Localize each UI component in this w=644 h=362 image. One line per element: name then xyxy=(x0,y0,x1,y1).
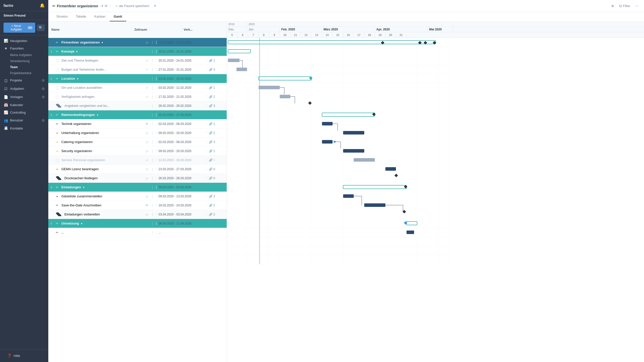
circle-yellow2-icon: ● xyxy=(54,149,60,153)
sidebar-item-kalender[interactable]: 📅 Kalender xyxy=(0,101,48,109)
play-button[interactable]: ▷ xyxy=(145,40,149,45)
more-button[interactable]: ⋮ xyxy=(150,58,155,63)
sidebar-item-label: Aufgaben xyxy=(10,87,24,90)
more-button[interactable]: ⋮ xyxy=(150,149,155,153)
more-button[interactable]: ⋮ xyxy=(150,131,155,135)
play-button[interactable]: ▷ xyxy=(145,149,149,153)
row-actions: ▷ ⋮ xyxy=(144,40,156,45)
tab-kanban[interactable]: Kanban xyxy=(90,12,110,21)
row-verk: 🔗 2 xyxy=(207,95,227,99)
more-button[interactable]: ⋮ xyxy=(150,203,155,208)
more-button[interactable]: ⋮ xyxy=(150,40,155,45)
row-name: Umsetzung ▾ xyxy=(60,221,149,225)
gantt-row-task-3-6: ● GEMA Lizenz beantragen ▷ ⋮ 23.03.2020 … xyxy=(48,165,227,174)
row-actions: ▷ ⋮ xyxy=(144,194,156,199)
sidebar-item-meine-aufgaben[interactable]: Meine Aufgaben xyxy=(0,52,48,58)
row-actions: ✓ ⋮ xyxy=(144,67,156,72)
sidebar-item-projektuberblick[interactable]: Projektüberblick xyxy=(0,70,48,76)
new-task-button[interactable]: + Neue Aufgabe (0) xyxy=(4,23,35,33)
row-time: 23.03.2020 - 27.03.2020 xyxy=(156,167,207,171)
sidebar-item-favoriten[interactable]: ★ Favoriten xyxy=(0,44,48,52)
more-button[interactable]: ⋮ xyxy=(150,113,155,117)
circle-icon: ◯ xyxy=(54,95,60,99)
row-num: 1 xyxy=(48,50,54,53)
vorlagen-add-icon[interactable]: ⊕ xyxy=(42,95,45,99)
play-button[interactable]: ▷ xyxy=(145,140,149,144)
circle-purple-icon: ● xyxy=(54,195,60,198)
more-button[interactable]: ⋮ xyxy=(150,76,155,81)
more-button[interactable]: ⋮ xyxy=(150,221,155,226)
more-button[interactable]: ⋮ xyxy=(150,185,155,190)
year-2020: 2020 xyxy=(247,22,453,26)
more-button[interactable]: ⋮ xyxy=(150,122,155,126)
projekte-add-icon[interactable]: ⊕ xyxy=(42,78,45,83)
tab-gantt[interactable]: Gantt xyxy=(110,12,126,21)
topbar-title: ✏ Firmenfeier organisieren - 9 ⟳ xyxy=(52,4,108,8)
row-time: 09.03.2020 - 20.03.2020 xyxy=(156,149,207,153)
sidebar-item-verantwortung[interactable]: Verantwortung xyxy=(0,58,48,64)
play-button[interactable]: ▷ xyxy=(145,131,149,135)
week-12: 12 xyxy=(301,32,311,38)
more-button[interactable]: ⋮ xyxy=(150,140,155,144)
favorite-button[interactable]: ☆ als Favorit speichern xyxy=(114,3,151,9)
sidebar-item-aufgaben[interactable]: ☑ Aufgaben ⊕ xyxy=(0,84,48,93)
sidebar-item-neuigkeiten[interactable]: 📊 Neuigkeiten xyxy=(0,37,48,44)
more-button[interactable]: ⋮ xyxy=(150,176,155,180)
benutzer-add-icon[interactable]: ⊕ xyxy=(42,118,45,123)
week-14: 14 xyxy=(322,32,333,38)
more-button[interactable]: ⋮ xyxy=(150,67,155,72)
diamond-icon xyxy=(56,212,62,216)
more-button[interactable]: ⋮ xyxy=(150,194,155,199)
row-time: 20.01.2020 - 31.01.2020 xyxy=(156,50,207,53)
week-21: 21 xyxy=(396,32,407,38)
more-button[interactable]: ⋮ xyxy=(150,158,155,162)
circle-icon: ◯ xyxy=(54,59,60,62)
tab-struktur[interactable]: Struktur xyxy=(52,12,72,21)
more-button[interactable]: ⋮ xyxy=(150,104,155,108)
eye-button[interactable]: 👁 xyxy=(145,122,149,126)
more-button[interactable]: ⋮ xyxy=(150,212,155,217)
circle-icon: ◯ xyxy=(54,86,60,89)
aufgaben-add-icon[interactable]: ⊕ xyxy=(42,86,45,91)
play-button[interactable]: ▷ xyxy=(145,167,149,171)
search-button[interactable]: 🔍 xyxy=(37,24,45,31)
more-button[interactable]: ⋮ xyxy=(150,95,155,99)
play-button[interactable]: ▷ xyxy=(145,176,149,180)
sidebar-item-kontakte[interactable]: 📇 Kontakte xyxy=(0,124,48,132)
sidebar-item-team[interactable]: Team xyxy=(0,64,48,70)
row-name: Angebote vergleichen und bu... xyxy=(63,104,149,108)
row-name: Gästeliste zusammenstellen xyxy=(60,194,144,198)
pencil-icon: ✏ xyxy=(54,186,60,189)
sidebar-item-controlling[interactable]: 📈 Controlling xyxy=(0,109,48,116)
week-19: 19 xyxy=(375,32,385,38)
filter-button[interactable]: ⊟ Filter xyxy=(618,3,632,9)
week-10: 10 xyxy=(280,32,290,38)
more-button[interactable]: ⋯ xyxy=(634,3,640,9)
zoom-in-button[interactable]: ⊕ xyxy=(610,3,616,9)
brand-label[interactable]: factro xyxy=(4,4,13,8)
play-button[interactable]: ▷ xyxy=(145,194,149,199)
check-button[interactable]: ✓ xyxy=(145,95,149,99)
eye-button[interactable]: 👁 xyxy=(145,203,149,208)
col-time-header: Zeitraum xyxy=(131,26,182,33)
dropdown-icon[interactable]: ▼ xyxy=(153,4,157,8)
play-button[interactable]: ▷ xyxy=(145,212,149,217)
tab-tabelle[interactable]: Tabelle xyxy=(72,12,90,21)
sidebar-item-vorlagen[interactable]: 📄 Vorlagen ⊕ xyxy=(0,93,48,101)
more-button[interactable]: ⋮ xyxy=(150,49,155,54)
check-button[interactable]: ✓ xyxy=(145,67,149,72)
controlling-icon: 📈 xyxy=(4,110,8,114)
sidebar-item-projekte[interactable]: ◫ Projekte ⊕ xyxy=(0,76,48,84)
check-button[interactable]: ✓ xyxy=(145,85,149,90)
notification-bell-icon[interactable]: 🔔 xyxy=(40,3,45,8)
sidebar-item-benutzer[interactable]: 👥 Benutzer ⊕ xyxy=(0,116,48,124)
more-button[interactable]: ⋮ xyxy=(150,230,155,235)
more-button[interactable]: ⋮ xyxy=(150,85,155,90)
sidebar-item-hilfe[interactable]: ❓ Hilfe xyxy=(4,352,45,359)
check-button[interactable]: ✓ xyxy=(145,158,149,162)
row-verk: 🔗 2 xyxy=(207,131,227,135)
check-button[interactable]: ✓ xyxy=(145,58,149,63)
svg-rect-9 xyxy=(236,68,247,71)
more-button[interactable]: ⋮ xyxy=(150,167,155,171)
pencil-icon: ✏ xyxy=(54,41,60,44)
